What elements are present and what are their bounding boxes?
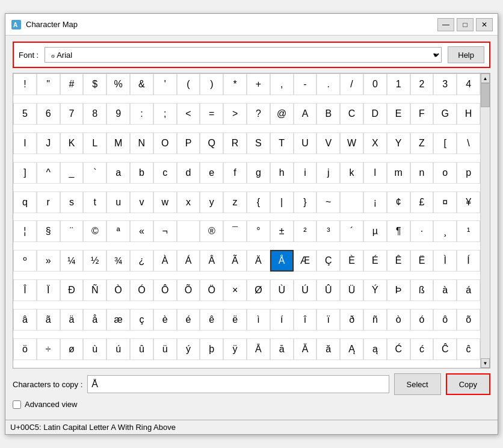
- char-cell[interactable]: ï: [316, 309, 340, 331]
- char-cell[interactable]: í: [270, 309, 294, 331]
- char-cell[interactable]: t: [83, 191, 106, 213]
- char-cell[interactable]: ç: [130, 309, 153, 331]
- help-button[interactable]: Help: [448, 46, 484, 63]
- char-cell[interactable]: ò: [387, 309, 410, 331]
- char-cell[interactable]: ½: [83, 250, 106, 272]
- char-cell[interactable]: x: [177, 191, 200, 213]
- char-cell[interactable]: =: [200, 103, 223, 125]
- char-cell[interactable]: ĉ: [457, 338, 480, 360]
- char-cell[interactable]: 8: [83, 103, 106, 125]
- char-cell[interactable]: 5: [13, 103, 37, 125]
- char-cell[interactable]: U: [294, 132, 317, 154]
- char-cell[interactable]: ±: [270, 220, 294, 242]
- char-cell[interactable]: Y: [387, 132, 410, 154]
- char-cell[interactable]: +: [247, 73, 270, 95]
- char-cell[interactable]: ¿: [130, 250, 153, 272]
- scrollbar[interactable]: ▲ ▼: [480, 73, 490, 368]
- char-cell[interactable]: `: [83, 162, 106, 184]
- char-cell[interactable]: 6: [37, 103, 60, 125]
- advanced-checkbox[interactable]: [13, 400, 21, 409]
- char-cell[interactable]: 4: [457, 73, 480, 95]
- char-cell[interactable]: ¸: [433, 220, 457, 242]
- char-cell[interactable]: X: [363, 132, 387, 154]
- char-cell[interactable]: Ý: [363, 279, 387, 301]
- char-cell[interactable]: À: [153, 250, 177, 272]
- char-cell[interactable]: j: [316, 162, 340, 184]
- char-cell[interactable]: _: [60, 162, 84, 184]
- char-cell[interactable]: {: [247, 191, 270, 213]
- char-cell[interactable]: Ì: [433, 250, 457, 272]
- char-cell[interactable]: Å: [270, 250, 294, 272]
- char-cell[interactable]: ­: [177, 220, 200, 242]
- char-cell[interactable]: Ā: [247, 338, 270, 360]
- char-cell[interactable]: G: [433, 103, 457, 125]
- char-cell[interactable]: <: [177, 103, 200, 125]
- char-cell[interactable]: d: [177, 162, 200, 184]
- char-cell[interactable]: ë: [223, 309, 247, 331]
- char-cell[interactable]: |: [270, 191, 294, 213]
- minimize-button[interactable]: —: [437, 18, 454, 31]
- char-cell[interactable]: Ö: [200, 279, 223, 301]
- char-cell[interactable]: Æ: [294, 250, 317, 272]
- char-cell[interactable]: Ê: [387, 250, 410, 272]
- char-cell[interactable]: ²: [294, 220, 317, 242]
- char-cell[interactable]: D: [363, 103, 387, 125]
- char-cell[interactable]: à: [433, 279, 457, 301]
- char-cell[interactable]: ": [37, 73, 60, 95]
- char-cell[interactable]: î: [294, 309, 317, 331]
- scroll-up-button[interactable]: ▲: [481, 73, 490, 83]
- char-cell[interactable]: 3: [433, 73, 457, 95]
- char-cell[interactable]: w: [153, 191, 177, 213]
- char-cell[interactable]: Z: [410, 132, 434, 154]
- char-cell[interactable]: ³: [316, 220, 340, 242]
- char-cell[interactable]: ¡: [363, 191, 387, 213]
- char-cell[interactable]: ¤: [433, 191, 457, 213]
- char-cell[interactable]: Õ: [177, 279, 200, 301]
- char-cell[interactable]: k: [340, 162, 363, 184]
- char-cell[interactable]: û: [130, 338, 153, 360]
- char-cell[interactable]: ×: [223, 279, 247, 301]
- char-cell[interactable]: Ñ: [83, 279, 106, 301]
- char-cell[interactable]: .: [316, 73, 340, 95]
- char-cell[interactable]: Ü: [340, 279, 363, 301]
- char-cell[interactable]: §: [37, 220, 60, 242]
- char-cell[interactable]: !: [13, 73, 37, 95]
- char-cell[interactable]: C: [340, 103, 363, 125]
- char-cell[interactable]: ´: [340, 220, 363, 242]
- char-cell[interactable]: Ï: [37, 279, 60, 301]
- char-cell[interactable]: %: [106, 73, 130, 95]
- char-cell[interactable]: º: [13, 250, 37, 272]
- char-cell[interactable]: -: [294, 73, 317, 95]
- char-cell[interactable]: n: [410, 162, 434, 184]
- char-cell[interactable]: [: [433, 132, 457, 154]
- char-cell[interactable]: Ã: [223, 250, 247, 272]
- char-cell[interactable]: »: [37, 250, 60, 272]
- char-cell[interactable]: ©: [83, 220, 106, 242]
- char-cell[interactable]: ô: [433, 309, 457, 331]
- char-cell[interactable]: ~: [316, 191, 340, 213]
- char-cell[interactable]: \: [457, 132, 480, 154]
- char-cell[interactable]: Þ: [387, 279, 410, 301]
- char-cell[interactable]: 1: [387, 73, 410, 95]
- char-cell[interactable]: f: [223, 162, 247, 184]
- char-cell[interactable]: Ú: [294, 279, 317, 301]
- char-cell[interactable]: ÿ: [223, 338, 247, 360]
- char-cell[interactable]: *: [223, 73, 247, 95]
- char-cell[interactable]: Ô: [153, 279, 177, 301]
- char-cell[interactable]: Â: [200, 250, 223, 272]
- select-button[interactable]: Select: [394, 373, 441, 395]
- char-cell[interactable]: S: [247, 132, 270, 154]
- char-cell[interactable]: W: [340, 132, 363, 154]
- char-cell[interactable]: Ä: [247, 250, 270, 272]
- advanced-label[interactable]: Advanced view: [25, 400, 77, 409]
- char-cell[interactable]: ;: [153, 103, 177, 125]
- char-cell[interactable]: ñ: [363, 309, 387, 331]
- char-cell[interactable]: K: [60, 132, 84, 154]
- scroll-thumb[interactable]: [481, 83, 490, 107]
- char-cell[interactable]: }: [294, 191, 317, 213]
- char-cell[interactable]: ß: [410, 279, 434, 301]
- char-cell[interactable]: l: [363, 162, 387, 184]
- char-cell[interactable]: £: [410, 191, 434, 213]
- char-cell[interactable]: >: [223, 103, 247, 125]
- char-cell[interactable]: ö: [13, 338, 37, 360]
